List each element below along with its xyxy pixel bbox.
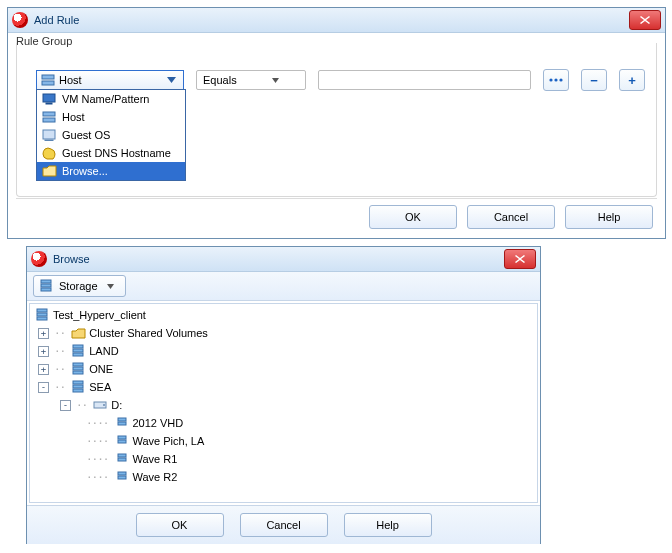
expand-icon[interactable]: + bbox=[38, 364, 49, 375]
svg-rect-5 bbox=[43, 94, 55, 102]
storage-icon bbox=[114, 416, 130, 430]
option-label: Browse... bbox=[62, 165, 108, 177]
tree-label: Wave Pich, LA bbox=[133, 435, 205, 447]
ok-button[interactable]: OK bbox=[136, 513, 224, 537]
condition-dropdown[interactable]: Equals bbox=[196, 70, 306, 90]
svg-point-2 bbox=[549, 78, 552, 81]
titlebar: Browse bbox=[27, 247, 540, 272]
tree-line: ···· bbox=[84, 417, 111, 430]
svg-rect-29 bbox=[118, 422, 126, 425]
tree-line: ·· bbox=[52, 381, 67, 394]
svg-point-3 bbox=[554, 78, 557, 81]
tree-leaf[interactable]: ···· Wave R1 bbox=[30, 450, 537, 468]
svg-rect-20 bbox=[73, 363, 83, 366]
svg-rect-30 bbox=[118, 436, 126, 439]
os-icon bbox=[41, 128, 57, 142]
svg-rect-10 bbox=[45, 140, 53, 141]
tree-node-drive-d[interactable]: - ·· D: bbox=[30, 396, 537, 414]
collapse-icon[interactable]: - bbox=[60, 400, 71, 411]
folder-icon bbox=[70, 326, 86, 340]
dns-icon bbox=[41, 146, 57, 160]
add-rule-dialog: Add Rule Rule Group Host Equals bbox=[7, 7, 666, 239]
tree-root[interactable]: Test_Hyperv_client bbox=[30, 306, 537, 324]
close-button[interactable] bbox=[504, 249, 536, 269]
window-title: Browse bbox=[53, 253, 504, 265]
rule-type-value: Host bbox=[59, 74, 163, 86]
tree-node-csv[interactable]: + ·· Cluster Shared Volumes bbox=[30, 324, 537, 342]
tree-line: ·· bbox=[52, 327, 67, 340]
tree-leaf[interactable]: ···· Wave Pich, LA bbox=[30, 432, 537, 450]
tree-label: D: bbox=[111, 399, 122, 411]
storage-icon bbox=[114, 470, 130, 484]
view-mode-dropdown[interactable]: Storage bbox=[33, 275, 126, 297]
rule-type-dropdown[interactable]: Host bbox=[36, 70, 184, 90]
rule-type-option-dns[interactable]: Guest DNS Hostname bbox=[37, 144, 185, 162]
close-icon bbox=[640, 16, 650, 24]
rule-row: Host Equals − + bbox=[36, 69, 645, 91]
tree-line: ·· bbox=[74, 399, 89, 412]
storage-icon bbox=[70, 380, 86, 394]
rule-type-option-vm[interactable]: VM Name/Pattern bbox=[37, 90, 185, 108]
expand-icon[interactable]: + bbox=[38, 346, 49, 357]
chevron-down-icon bbox=[103, 278, 119, 294]
collapse-icon[interactable]: - bbox=[38, 382, 49, 393]
browse-toolbar: Storage bbox=[27, 272, 540, 301]
help-button[interactable]: Help bbox=[344, 513, 432, 537]
tree-line: ···· bbox=[84, 453, 111, 466]
window-title: Add Rule bbox=[34, 14, 629, 26]
option-label: Host bbox=[62, 111, 85, 123]
tree-leaf[interactable]: ···· 2012 VHD bbox=[30, 414, 537, 432]
expand-icon[interactable]: + bbox=[38, 328, 49, 339]
svg-rect-25 bbox=[73, 389, 83, 392]
host-icon bbox=[41, 73, 55, 87]
rule-value-input[interactable] bbox=[318, 70, 531, 90]
option-label: Guest DNS Hostname bbox=[62, 147, 171, 159]
option-label: Guest OS bbox=[62, 129, 110, 141]
folder-icon bbox=[41, 164, 57, 178]
svg-rect-9 bbox=[43, 130, 55, 139]
svg-rect-23 bbox=[73, 381, 83, 384]
option-label: VM Name/Pattern bbox=[62, 93, 149, 105]
svg-rect-24 bbox=[73, 385, 83, 388]
tree-node-land[interactable]: + ·· LAND bbox=[30, 342, 537, 360]
browse-value-button[interactable] bbox=[543, 69, 569, 91]
tree-line: ···· bbox=[84, 471, 111, 484]
rule-type-option-browse[interactable]: Browse... bbox=[37, 162, 185, 180]
tree-leaf[interactable]: ···· Wave R2 bbox=[30, 468, 537, 486]
tree-label: Test_Hyperv_client bbox=[53, 309, 146, 321]
svg-rect-0 bbox=[42, 75, 54, 79]
tree-label: ONE bbox=[89, 363, 113, 375]
storage-icon bbox=[114, 452, 130, 466]
add-rule-button[interactable]: + bbox=[619, 69, 645, 91]
app-icon bbox=[31, 251, 47, 267]
rule-type-option-host[interactable]: Host bbox=[37, 108, 185, 126]
svg-rect-19 bbox=[73, 353, 83, 356]
storage-icon bbox=[38, 279, 54, 293]
help-button[interactable]: Help bbox=[565, 205, 653, 229]
storage-icon bbox=[114, 434, 130, 448]
svg-rect-14 bbox=[37, 309, 47, 312]
rule-type-option-os[interactable]: Guest OS bbox=[37, 126, 185, 144]
ok-button[interactable]: OK bbox=[369, 205, 457, 229]
vm-icon bbox=[41, 92, 57, 106]
close-button[interactable] bbox=[629, 10, 661, 30]
ellipsis-icon bbox=[549, 77, 563, 83]
cancel-button[interactable]: Cancel bbox=[467, 205, 555, 229]
storage-tree[interactable]: Test_Hyperv_client + ·· Cluster Shared V… bbox=[29, 303, 538, 503]
svg-rect-17 bbox=[73, 345, 83, 348]
svg-rect-16 bbox=[37, 317, 47, 320]
separator bbox=[16, 198, 657, 199]
tree-node-sea[interactable]: - ·· SEA bbox=[30, 378, 537, 396]
svg-rect-33 bbox=[118, 458, 126, 461]
svg-rect-21 bbox=[73, 367, 83, 370]
dialog-buttons: OK Cancel Help bbox=[369, 205, 653, 229]
svg-point-27 bbox=[103, 404, 105, 406]
view-mode-value: Storage bbox=[59, 280, 98, 292]
drive-icon bbox=[92, 398, 108, 412]
svg-rect-31 bbox=[118, 440, 126, 443]
cancel-button[interactable]: Cancel bbox=[240, 513, 328, 537]
tree-node-one[interactable]: + ·· ONE bbox=[30, 360, 537, 378]
titlebar: Add Rule bbox=[8, 8, 665, 33]
remove-rule-button[interactable]: − bbox=[581, 69, 607, 91]
tree-label: SEA bbox=[89, 381, 111, 393]
